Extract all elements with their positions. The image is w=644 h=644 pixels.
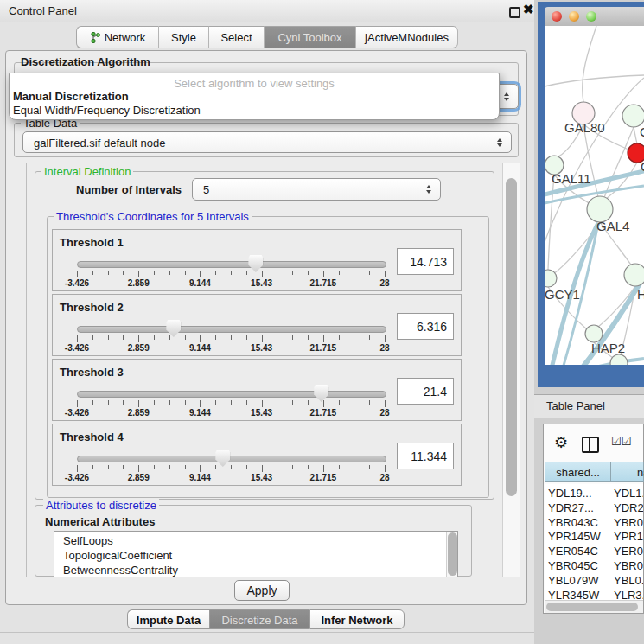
threshold-value-field[interactable]: 21.4 — [397, 378, 454, 405]
table-cell-name[interactable]: YBR0... — [614, 558, 643, 573]
dropdown-option-equal-width[interactable]: Equal Width/Frequency Discretization — [13, 104, 201, 117]
threshold-slider[interactable] — [77, 456, 386, 462]
tick-mark — [339, 400, 340, 405]
table-cell-name[interactable]: YDR2... — [614, 501, 643, 515]
table-panel-title: Table Panel — [546, 399, 605, 412]
spinner-icon — [426, 185, 432, 194]
tick-mark — [277, 400, 277, 405]
slider-thumb[interactable] — [314, 385, 328, 402]
tick-label: 9.144 — [189, 408, 211, 418]
tick-mark — [292, 400, 293, 405]
tab-infer-network[interactable]: Infer Network — [309, 609, 405, 629]
gear-icon[interactable]: ⚙ — [554, 433, 568, 452]
tick-mark — [292, 335, 293, 340]
number-of-intervals-combobox[interactable]: 5 — [192, 178, 441, 201]
dropdown-option-manual[interactable]: Manual Discretization — [13, 90, 129, 103]
tab-discretize-data[interactable]: Discretize Data — [209, 609, 309, 629]
attribute-list-item[interactable]: SelfLoops — [63, 534, 113, 549]
tab-jactivemnodules[interactable]: jActiveMNodules — [356, 26, 458, 48]
tick-mark — [77, 465, 78, 472]
table-cell-shared-name[interactable]: YDR27... — [548, 501, 594, 515]
tick-label: 21.715 — [310, 408, 337, 418]
tick-mark — [246, 465, 247, 469]
table-panel-titlebar: Table Panel — [534, 394, 644, 418]
minimize-traffic-light-icon[interactable] — [569, 11, 579, 22]
tick-label: 28 — [379, 473, 389, 482]
threshold-value-field[interactable]: 11.344 — [397, 443, 454, 469]
table-cell-shared-name[interactable]: YBL079W — [548, 573, 599, 588]
table-cell-shared-name[interactable]: YDL19... — [548, 486, 592, 501]
control-panel: Control Panel ✖ Network Style Select Cyn… — [0, 0, 534, 644]
tick-label: 21.715 — [310, 278, 337, 288]
network-canvas[interactable]: GAL80GACGAL11GAL4GCY1HHAP2 — [545, 26, 644, 365]
vertical-scrollbar[interactable] — [502, 163, 520, 577]
table-cell-name[interactable]: YBR0... — [614, 515, 643, 530]
table-cell-name[interactable]: YBL0... — [614, 573, 643, 588]
list-scrollbar-thumb[interactable] — [448, 532, 457, 576]
table-cell-name[interactable]: YLR3... — [614, 588, 643, 600]
slider-thumb[interactable] — [166, 320, 181, 337]
attribute-list-item[interactable]: BetweennessCentrality — [63, 564, 178, 577]
close-traffic-light-icon[interactable] — [552, 11, 562, 22]
table-cell-name[interactable]: YDL1... — [614, 486, 643, 501]
tick-mark — [246, 271, 247, 275]
table-cell-shared-name[interactable]: YPR145W — [548, 529, 601, 544]
attribute-list-item[interactable]: TopologicalCoefficient — [63, 549, 172, 564]
table-cell-shared-name[interactable]: YBR043C — [548, 515, 598, 530]
tab-cyni-toolbox[interactable]: Cyni Toolbox — [265, 26, 356, 48]
threshold-label: Threshold 2 — [60, 301, 124, 314]
slider-thumb[interactable] — [248, 255, 263, 272]
tick-mark — [138, 400, 139, 407]
table-cell-shared-name[interactable]: YBR045C — [548, 558, 598, 573]
tab-style[interactable]: Style — [159, 26, 209, 48]
tick-label: -3.426 — [65, 408, 89, 418]
table-cell-shared-name[interactable]: YER054C — [548, 544, 598, 558]
column-header-name[interactable]: na — [610, 462, 644, 482]
table-cell-name[interactable]: YER0... — [614, 544, 643, 558]
tick-label: -3.426 — [65, 278, 89, 288]
threshold-slider[interactable] — [77, 326, 386, 333]
slider-thumb[interactable] — [215, 450, 230, 467]
tick-mark — [308, 271, 309, 275]
checkboxes-icon[interactable]: ☑☑ — [611, 435, 631, 448]
table-data-combobox[interactable]: galFiltered.sif default node — [22, 131, 512, 153]
tick-mark — [123, 335, 124, 340]
apply-button[interactable]: Apply — [234, 580, 290, 601]
tab-select[interactable]: Select — [209, 26, 265, 48]
tab-network[interactable]: Network — [76, 26, 159, 48]
panel-title: Control Panel — [9, 4, 77, 17]
tab-label: jActiveMNodules — [365, 31, 449, 44]
tick-mark — [123, 400, 124, 405]
tick-mark — [339, 465, 340, 469]
tick-mark — [277, 335, 277, 340]
node-label: GCY1 — [545, 287, 580, 302]
tab-label: Impute Data — [137, 614, 201, 627]
tick-mark — [185, 465, 186, 469]
tick-mark — [369, 465, 370, 469]
threshold-slider[interactable] — [77, 391, 386, 398]
vertical-scrollbar-thumb[interactable] — [506, 178, 517, 496]
tick-mark — [185, 271, 186, 275]
tab-impute-data[interactable]: Impute Data — [127, 609, 209, 629]
column-split-icon[interactable] — [582, 437, 599, 453]
horizontal-scrollbar-thumb[interactable] — [546, 603, 638, 611]
tick-label: 2.859 — [128, 408, 150, 418]
column-header-shared[interactable]: shared... — [545, 462, 611, 482]
horizontal-scrollbar[interactable] — [545, 600, 643, 613]
zoom-traffic-light-icon[interactable] — [586, 11, 596, 22]
tick-mark — [354, 465, 354, 469]
threshold-value-field[interactable]: 14.713 — [397, 248, 454, 275]
numerical-attributes-list[interactable]: SelfLoopsTopologicalCoefficientBetweenne… — [54, 531, 458, 577]
threshold-slider[interactable] — [77, 261, 386, 268]
table-rows[interactable]: YDL19...YDL1...YDR27...YDR2...YBR043CYBR… — [545, 484, 643, 600]
tick-mark — [277, 465, 277, 469]
tick-mark — [354, 335, 354, 340]
list-scrollbar[interactable] — [446, 532, 458, 577]
tick-mark — [108, 465, 109, 469]
table-cell-shared-name[interactable]: YLR345W — [548, 588, 599, 600]
float-window-icon[interactable] — [509, 7, 520, 18]
table-cell-name[interactable]: YPR1... — [614, 529, 643, 544]
threshold-value-field[interactable]: 6.316 — [397, 313, 454, 340]
tick-mark — [231, 335, 232, 340]
close-icon[interactable]: ✖ — [523, 2, 534, 17]
